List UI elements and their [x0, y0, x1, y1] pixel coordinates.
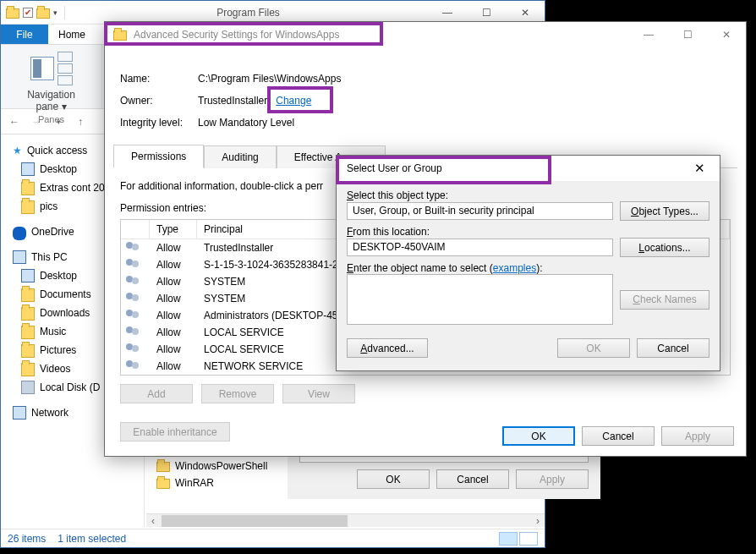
scroll-left-icon[interactable]: ‹ — [146, 515, 160, 527]
maximize-button[interactable]: ☐ — [668, 22, 707, 47]
examples-link[interactable]: examples — [493, 262, 536, 274]
ribbon-tab-home[interactable]: Home — [48, 25, 96, 44]
object-name-label: Enter the object name to select (example… — [347, 262, 709, 274]
close-button[interactable]: ✕ — [682, 156, 716, 181]
view-large-icon[interactable] — [519, 532, 538, 546]
location-field: DESKTOP-450VAIM — [347, 239, 613, 256]
perm-type: Allow — [150, 360, 197, 372]
enable-inheritance-button[interactable]: Enable inheritance — [120, 422, 230, 442]
meta-owner-value: TrustedInstaller — [198, 95, 267, 107]
location-label: From this location: — [347, 226, 709, 238]
scroll-thumb[interactable] — [162, 515, 348, 527]
minimize-button[interactable]: — — [629, 22, 668, 47]
explorer-title: Program Files — [68, 7, 428, 19]
meta-owner-label: Owner: — [120, 95, 198, 107]
meta-integrity-label: Integrity level: — [120, 117, 198, 129]
properties-apply-button[interactable]: Apply — [516, 469, 589, 489]
perm-type: Allow — [150, 326, 197, 338]
sel-ok-button[interactable]: OK — [557, 338, 630, 358]
tab-auditing[interactable]: Auditing — [204, 145, 276, 168]
meta-name-label: Name: — [120, 73, 198, 85]
check-names-button[interactable]: Check Names — [620, 290, 709, 310]
videos-icon — [21, 363, 35, 376]
close-button[interactable]: ✕ — [707, 22, 746, 47]
sel-title: Select User or Group — [347, 162, 682, 174]
advanced-button[interactable]: Advanced... — [347, 338, 428, 358]
select-user-group-dialog: Select User or Group ✕ Select this objec… — [336, 155, 720, 371]
perm-type: Allow — [150, 259, 197, 271]
folder-icon — [21, 182, 35, 195]
folder-icon — [156, 462, 170, 472]
scroll-right-icon[interactable]: › — [531, 515, 545, 527]
music-icon — [21, 326, 35, 339]
ribbon-group-label: Panes — [1, 114, 101, 124]
star-icon: ★ — [13, 145, 22, 156]
properties-cancel-button[interactable]: Cancel — [436, 469, 509, 489]
advsec-meta: Name:C:\Program Files\WindowsApps Owner:… — [105, 47, 746, 140]
perm-type: Allow — [150, 242, 197, 254]
view-details-icon[interactable] — [499, 532, 518, 546]
meta-name-value: C:\Program Files\WindowsApps — [198, 73, 341, 85]
folder-icon — [21, 200, 35, 214]
advsec-apply-button[interactable]: Apply — [661, 426, 734, 446]
user-group-icon — [126, 359, 141, 371]
sel-cancel-button[interactable]: Cancel — [637, 338, 709, 358]
perm-type: Allow — [150, 276, 197, 288]
perm-type: Allow — [150, 310, 197, 321]
onedrive-icon — [13, 227, 26, 240]
folder-icon — [156, 479, 170, 489]
object-type-label: Select this object type: — [347, 189, 709, 201]
remove-button[interactable]: Remove — [201, 384, 274, 403]
user-group-icon — [126, 258, 141, 270]
documents-icon — [21, 288, 35, 302]
qat-properties-icon[interactable]: ✔ — [23, 8, 33, 18]
qat-newfolder-icon[interactable] — [36, 8, 50, 19]
add-button[interactable]: Add — [120, 384, 193, 403]
user-group-icon — [126, 292, 141, 304]
drive-icon — [21, 381, 35, 394]
downloads-icon — [21, 307, 35, 321]
status-bar: 26 items 1 item selected — [1, 529, 545, 547]
col-type[interactable]: Type — [150, 220, 197, 239]
object-type-field: User, Group, or Built-in security princi… — [347, 202, 613, 220]
navigation-pane-button[interactable]: Navigation pane ▾ — [1, 89, 101, 112]
folder-icon — [6, 8, 19, 19]
horizontal-scrollbar[interactable]: ‹ › — [146, 513, 545, 527]
pc-icon — [13, 250, 26, 264]
navigation-pane-icon — [30, 57, 54, 80]
advsec-title: Advanced Security Settings for WindowsAp… — [134, 29, 339, 41]
object-name-input[interactable] — [347, 274, 613, 325]
object-types-button[interactable]: Object Types... — [620, 201, 709, 221]
ribbon-tab-file[interactable]: File — [1, 25, 48, 44]
desktop-icon — [21, 162, 35, 176]
properties-ok-button[interactable]: OK — [357, 469, 430, 489]
user-group-icon — [126, 275, 141, 287]
divider — [64, 6, 65, 19]
locations-button[interactable]: Locations... — [620, 238, 709, 257]
network-icon — [13, 406, 26, 420]
user-group-icon — [126, 343, 141, 354]
perm-type: Allow — [150, 293, 197, 304]
meta-integrity-value: Low Mandatory Level — [198, 117, 294, 129]
perm-type: Allow — [150, 343, 197, 355]
qat-customize-icon[interactable]: ▾ — [53, 8, 58, 17]
advsec-ok-button[interactable]: OK — [502, 426, 575, 446]
status-selected: 1 item selected — [58, 533, 126, 545]
view-button[interactable]: View — [282, 384, 355, 403]
user-group-icon — [126, 309, 141, 321]
pictures-icon — [21, 344, 35, 358]
advsec-cancel-button[interactable]: Cancel — [582, 426, 655, 446]
tab-permissions[interactable]: Permissions — [113, 145, 204, 168]
advsec-titlebar: Advanced Security Settings for WindowsAp… — [105, 22, 746, 47]
change-owner-link[interactable]: Change — [276, 95, 311, 107]
desktop-icon — [21, 269, 35, 282]
user-group-icon — [126, 326, 141, 337]
folder-icon — [113, 30, 127, 41]
user-group-icon — [126, 241, 141, 253]
sel-titlebar: Select User or Group ✕ — [337, 156, 720, 181]
status-count: 26 items — [8, 533, 46, 545]
